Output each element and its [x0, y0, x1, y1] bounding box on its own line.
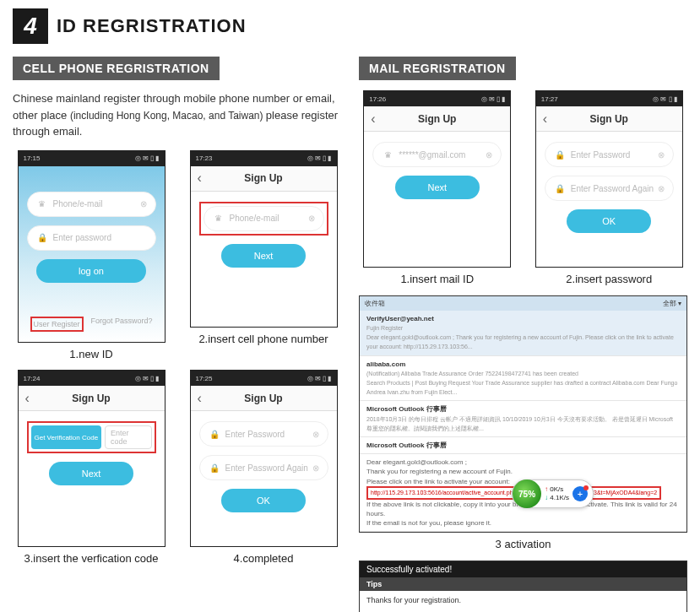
up-speed: 0K/s: [550, 485, 563, 493]
status-icons: ◎ ✉ ▯ ▮: [481, 95, 506, 103]
lock-icon: 🔒: [209, 430, 220, 439]
get-verification-button[interactable]: Get Verification Code: [31, 425, 102, 449]
clear-icon[interactable]: ⊗: [486, 150, 492, 160]
success-header: Successfully activated!: [360, 561, 686, 577]
next-button[interactable]: Next: [395, 176, 480, 199]
email-screenshot: 收件箱 全部 ▾ VerifyUser@yeah.net Fujin Regis…: [359, 295, 687, 533]
email-line: 2018年10月3日 的每日排程 云帐户 不適用詳細資訊 10/10/2019 …: [366, 416, 673, 431]
caption-m3: 3 activation: [496, 538, 551, 552]
cell-3: 17:24 ◎ ✉ ▯ ▮ ‹ Sign Up Get Verification…: [13, 370, 170, 566]
speed-overlay[interactable]: 75% ↑ 0K/s ↓ 4.1K/s +: [512, 479, 594, 508]
clear-icon[interactable]: ⊗: [658, 184, 665, 193]
status-bar: 17:15 ◎ ✉ ▯ ▮: [19, 151, 165, 166]
email-row-4[interactable]: Microsoft Outlook 行事曆: [360, 437, 686, 454]
inbox-label: 收件箱: [365, 300, 385, 307]
placeholder: Phone/e-mail: [230, 214, 308, 223]
placeholder: Enter Password Again: [225, 463, 312, 473]
back-icon[interactable]: ‹: [371, 111, 375, 127]
screen-body: ♛ ******@gmail.com ⊗ Next: [364, 132, 510, 267]
title-text: Sign Up: [536, 113, 682, 125]
email-row-3[interactable]: Microsoft Outlook 行事曆 2018年10月3日 的每日排程 云…: [360, 401, 686, 437]
back-icon[interactable]: ‹: [198, 171, 202, 186]
screen-body: Get Verification Code Enter code Next: [19, 411, 165, 546]
all-dropdown[interactable]: 全部 ▾: [663, 299, 681, 308]
clear-icon[interactable]: ⊗: [140, 199, 147, 209]
detail-line: Thank you for registering a new account …: [366, 468, 513, 475]
ok-button[interactable]: OK: [567, 209, 651, 233]
status-bar: 17:26 ◎ ✉ ▯ ▮: [364, 91, 510, 106]
phone-email-field[interactable]: ♛ Phone/e-mail ⊗: [27, 192, 156, 217]
caption-4: 4.completed: [234, 552, 294, 566]
back-icon[interactable]: ‹: [25, 391, 30, 406]
email-line: (Notification) Alibaba Trade Assurance O…: [366, 371, 578, 376]
user-register-link[interactable]: User Register: [30, 317, 84, 332]
status-time: 17:25: [196, 375, 213, 382]
password-again-field[interactable]: 🔒 Enter Password Again ⊗: [545, 176, 674, 201]
plus-icon[interactable]: +: [572, 486, 588, 501]
down-speed: 4.1K/s: [550, 494, 569, 501]
password-again-field[interactable]: 🔒 Enter Password Again ⊗: [199, 455, 328, 480]
email-from: alibaba.com: [366, 360, 405, 368]
forgot-password-link[interactable]: Forgot Password?: [90, 317, 152, 332]
email-row-1[interactable]: VerifyUser@yeah.net Fujin Register Dear …: [360, 311, 686, 356]
intro-text: Chinese mainland register through mobile…: [13, 90, 342, 140]
cell-2: 17:23 ◎ ✉ ▯ ▮ ‹ Sign Up ♛ Phone/e-mail ⊗: [185, 150, 342, 362]
status-bar: 17:27 ◎ ✉ ▯ ▮: [536, 91, 682, 106]
clear-icon[interactable]: ⊗: [312, 430, 319, 439]
email-value: ******@gmail.com: [399, 150, 486, 160]
lock-icon: 🔒: [209, 463, 220, 473]
tips-label: Tips: [360, 577, 686, 591]
placeholder: Enter password: [53, 233, 147, 242]
success-panel: Successfully activated! Tips Thanks for …: [359, 561, 687, 612]
detail-to: Dear elegant.gold@outlook.com ;: [366, 458, 467, 466]
columns: CELL PHONE REGRISTRATION Chinese mainlan…: [13, 57, 687, 612]
next-button[interactable]: Next: [49, 462, 133, 485]
title-text: Sign Up: [191, 172, 337, 184]
lock-icon: 🔒: [554, 184, 566, 193]
password-field[interactable]: 🔒 Enter Password ⊗: [545, 142, 674, 167]
logon-button[interactable]: log on: [36, 259, 146, 283]
password-field[interactable]: 🔒 Enter Password ⊗: [199, 421, 328, 447]
email-from: Microsoft Outlook 行事曆: [366, 441, 447, 449]
mail-column: MAIL REGRISTRATION 17:26 ◎ ✉ ▯ ▮ ‹ Sign …: [359, 57, 687, 612]
detail-line: If the email is not for you, please igno…: [366, 519, 491, 527]
status-time: 17:15: [24, 154, 41, 162]
title-text: Sign Up: [191, 393, 337, 404]
user-icon: ♛: [213, 214, 225, 223]
back-icon[interactable]: ‹: [543, 111, 547, 127]
verification-row: Get Verification Code Enter code: [31, 425, 152, 449]
clear-icon[interactable]: ⊗: [308, 214, 315, 223]
phone-grid: 17:15 ◎ ✉ ▯ ▮ ♛ Phone/e-mail ⊗ 🔒 Enter p…: [13, 150, 342, 567]
phone-email-field[interactable]: ♛ Phone/e-mail ⊗: [203, 206, 324, 231]
clear-icon[interactable]: ⊗: [658, 150, 665, 160]
email-field[interactable]: ♛ ******@gmail.com ⊗: [372, 142, 502, 167]
email-from: VerifyUser@yeah.net: [366, 315, 434, 322]
success-body: Thanks for your registration.: [360, 591, 686, 612]
next-button[interactable]: Next: [221, 244, 306, 268]
title-bar: ‹ Sign Up: [19, 386, 165, 411]
screen-body: 🔒 Enter Password ⊗ 🔒 Enter Password Agai…: [191, 411, 337, 546]
email-subject: Fujin Register: [366, 325, 403, 331]
clear-icon[interactable]: ⊗: [312, 463, 319, 473]
status-time: 17:27: [541, 95, 558, 103]
status-bar: 17:23 ◎ ✉ ▯ ▮: [191, 151, 337, 166]
screen-body: ♛ Phone/e-mail ⊗ Next: [191, 192, 337, 327]
status-bar: 17:25 ◎ ✉ ▯ ▮: [191, 371, 337, 386]
title-bar: ‹ Sign Up: [191, 386, 337, 411]
step-number-box: 4: [13, 8, 48, 44]
caption-2: 2.insert cell phone number: [198, 333, 328, 347]
cell-phone-banner: CELL PHONE REGRISTRATION: [13, 57, 220, 80]
back-icon[interactable]: ‹: [198, 391, 202, 406]
password-field[interactable]: 🔒 Enter password: [27, 225, 156, 251]
placeholder: Phone/e-mail: [53, 199, 140, 209]
placeholder: Enter Password: [225, 430, 312, 439]
page-title: ID REGRISTRATION: [57, 15, 247, 37]
mail-cell-3: 收件箱 全部 ▾ VerifyUser@yeah.net Fujin Regis…: [359, 295, 687, 552]
ok-button[interactable]: OK: [221, 489, 306, 512]
mail-banner: MAIL REGRISTRATION: [359, 57, 516, 80]
email-row-2[interactable]: alibaba.com (Notification) Alibaba Trade…: [360, 356, 686, 402]
code-input[interactable]: Enter code: [105, 425, 151, 449]
title-text: Sign Up: [364, 113, 510, 125]
phone-mock-2: 17:23 ◎ ✉ ▯ ▮ ‹ Sign Up ♛ Phone/e-mail ⊗: [190, 150, 338, 328]
title-text: Sign Up: [19, 393, 165, 404]
